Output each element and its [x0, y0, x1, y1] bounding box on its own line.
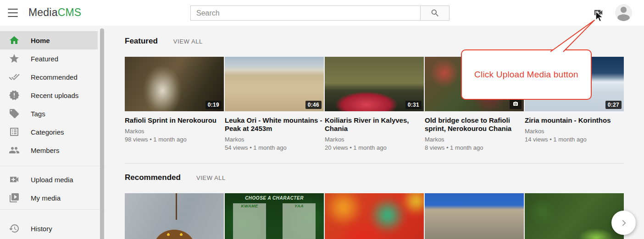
camera-badge [510, 99, 522, 109]
media-card: CHOOSE A CHARACTER KWAME YAA Selected Se… [225, 193, 324, 239]
history-icon [9, 223, 20, 234]
sidebar-item-label: Upload media [31, 176, 73, 184]
section-divider [125, 163, 624, 163]
featured-view-all-link[interactable]: VIEW ALL [173, 38, 203, 45]
recommended-row: CHOOSE A CHARACTER KWAME YAA Selected Se… [125, 193, 624, 239]
video-author[interactable]: Markos [325, 136, 424, 143]
video-call-icon [9, 174, 20, 185]
menu-icon[interactable] [6, 8, 19, 18]
sidebar: Home Featured Recommended Recent uploads… [0, 26, 105, 239]
video-author[interactable]: Markos [525, 128, 624, 135]
video-title[interactable]: Koiliaris River in Kalyves, Chania [325, 116, 424, 133]
video-call-icon [592, 7, 605, 18]
video-meta: 54 views • 1 month ago [225, 144, 324, 151]
recommended-view-all-link[interactable]: VIEW ALL [196, 174, 226, 181]
star-icon [9, 53, 20, 64]
video-meta: 20 views • 1 month ago [325, 144, 424, 151]
categories-icon [9, 126, 20, 137]
video-title[interactable]: Leuka Ori - White mountains - Peak at 24… [225, 116, 324, 133]
chevron-right-icon [619, 218, 629, 228]
video-meta: 98 views • 1 month ago [125, 136, 224, 143]
media-card: 0:46 Leuka Ori - White mountains - Peak … [225, 57, 324, 151]
video-library-icon [9, 192, 20, 203]
video-author[interactable]: Markos [125, 128, 224, 135]
media-card [525, 193, 624, 239]
sidebar-item-label: My media [31, 194, 61, 202]
media-card [125, 193, 224, 239]
sidebar-item-upload-media[interactable]: Upload media [0, 170, 98, 189]
done-all-icon [9, 71, 20, 82]
sidebar-item-label: Home [31, 37, 50, 44]
sidebar-item-label: Featured [31, 55, 58, 63]
duration-badge: 0:19 [205, 101, 222, 109]
search-input[interactable] [190, 5, 421, 21]
new-releases-icon [9, 90, 20, 101]
duration-badge: 0:31 [405, 101, 422, 109]
sidebar-item-categories[interactable]: Categories [0, 123, 98, 141]
video-title[interactable]: Old bridge close to Rafioli sprint, Nero… [425, 116, 524, 133]
video-thumbnail[interactable]: 0:46 [225, 57, 324, 111]
thumbnail-text: YAA [250, 204, 324, 208]
media-card [425, 193, 524, 239]
video-meta: 8 views • 1 month ago [425, 144, 524, 151]
video-title[interactable]: Ziria mountain - Korinthos [525, 116, 624, 125]
video-title[interactable]: Rafioli Sprint in Nerokourou [125, 116, 224, 125]
sidebar-divider [0, 209, 105, 210]
media-card [325, 193, 424, 239]
sidebar-item-label: Recommended [31, 73, 78, 81]
video-thumbnail[interactable] [425, 193, 524, 239]
tag-icon [9, 108, 20, 119]
carousel-next-button[interactable] [611, 211, 636, 235]
sidebar-item-label: History [31, 225, 52, 233]
search-bar [190, 5, 450, 21]
sidebar-item-history[interactable]: History [0, 219, 98, 238]
sidebar-item-featured[interactable]: Featured [0, 49, 98, 68]
people-icon [9, 145, 20, 156]
tutorial-tooltip: Click Upload Media button [461, 49, 592, 100]
video-thumbnail[interactable]: 0:19 [125, 57, 224, 111]
tooltip-text: Click Upload Media button [474, 70, 578, 80]
sidebar-scrollbar[interactable] [100, 28, 104, 239]
video-author[interactable]: Markos [225, 136, 324, 143]
section-title: Featured [125, 37, 158, 46]
thumbnail-text: CHOOSE A CHARACTER [225, 196, 324, 201]
user-avatar[interactable] [615, 4, 632, 21]
video-meta: 14 views • 1 month ago [525, 136, 624, 143]
upload-media-button[interactable] [592, 7, 605, 18]
search-icon [430, 8, 440, 18]
top-bar: MediaCMS [0, 0, 644, 26]
sidebar-item-recommended[interactable]: Recommended [0, 68, 98, 86]
home-icon [9, 35, 20, 46]
section-title: Recommended [125, 173, 181, 182]
sidebar-item-tags[interactable]: Tags [0, 104, 98, 123]
video-author[interactable]: Markos [425, 136, 524, 143]
video-thumbnail[interactable]: CHOOSE A CHARACTER KWAME YAA Selected Se… [225, 193, 324, 239]
video-thumbnail[interactable] [125, 193, 224, 239]
sidebar-item-recent-uploads[interactable]: Recent uploads [0, 86, 98, 104]
sidebar-item-home[interactable]: Home [0, 31, 98, 49]
sidebar-item-label: Categories [31, 128, 64, 136]
app-logo[interactable]: MediaCMS [28, 6, 81, 19]
media-card: 0:31 Koiliaris River in Kalyves, Chania … [325, 57, 424, 151]
recommended-section-header: Recommended VIEW ALL [125, 173, 226, 182]
sidebar-item-label: Members [31, 147, 60, 154]
duration-badge: 0:27 [605, 101, 622, 109]
featured-section-header: Featured VIEW ALL [125, 37, 203, 46]
search-button[interactable] [421, 5, 450, 21]
logo-cms-text: CMS [58, 6, 82, 18]
photo-camera-icon [512, 101, 519, 107]
logo-media-text: Media [28, 6, 58, 18]
sidebar-item-label: Tags [31, 110, 45, 118]
sidebar-item-my-media[interactable]: My media [0, 189, 98, 207]
person-icon [615, 4, 632, 21]
sidebar-item-members[interactable]: Members [0, 141, 98, 159]
sidebar-item-label: Recent uploads [31, 92, 78, 99]
video-thumbnail[interactable] [525, 193, 624, 239]
sidebar-divider [0, 166, 105, 166]
video-thumbnail[interactable] [325, 193, 424, 239]
video-thumbnail[interactable]: 0:31 [325, 57, 424, 111]
duration-badge: 0:46 [305, 101, 322, 109]
media-card: 0:19 Rafioli Sprint in Nerokourou Markos… [125, 57, 224, 151]
